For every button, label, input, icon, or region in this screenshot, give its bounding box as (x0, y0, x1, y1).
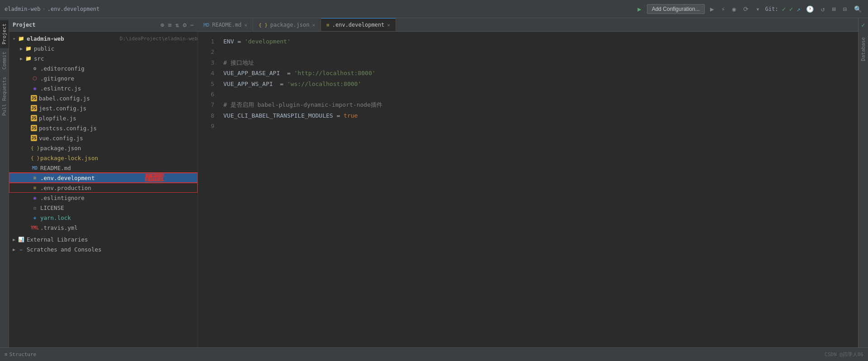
undo-icon[interactable]: ↺ (819, 5, 826, 14)
tab-close-icon[interactable]: ✕ (312, 22, 315, 28)
sidebar-item-commit[interactable]: Commit (0, 48, 9, 73)
top-bar-actions: ▶ Add Configuration... ▶ ⚡ ◉ ⟳ ▾ Git: ✓ … (636, 4, 863, 14)
panel-collapse-icon[interactable]: ≡ (168, 21, 171, 28)
tree-item-postcss[interactable]: JS postcss.config.js (9, 123, 198, 133)
split-icon[interactable]: ⊟ (841, 5, 849, 14)
tree-item-license[interactable]: ⚖ LICENSE (9, 203, 198, 213)
tab-json-icon: { } (259, 22, 268, 28)
panel-settings-icon[interactable]: ⚙ (183, 21, 186, 28)
tab-label: package.json (270, 22, 310, 28)
tree-item-env-dev[interactable]: ≡ .env.development (9, 173, 198, 183)
git-check2-icon: ✓ (789, 5, 793, 13)
file-label: package-lock.json (40, 155, 198, 162)
tree-item-src[interactable]: ▶ 📁 src (9, 53, 198, 63)
right-panel: ✓ Database (858, 18, 868, 347)
folder-icon: 📁 (24, 56, 33, 62)
run-icon: ▶ (636, 5, 643, 14)
tabs-bar: MD README.md ✕ { } package.json ✕ ≡ .env… (198, 18, 858, 32)
scratches-icon: ✏ (17, 247, 25, 252)
dropdown-icon[interactable]: ▾ (754, 5, 761, 14)
debug-icon[interactable]: ▶ (708, 5, 716, 14)
tree-item-gitignore[interactable]: ⬡ .gitignore (9, 73, 198, 83)
tab-readme[interactable]: MD README.md ✕ (198, 19, 253, 31)
tree-item-readme[interactable]: MD README.md (9, 163, 198, 173)
file-label: babel.config.js (39, 95, 198, 102)
tree-item-eslintrc[interactable]: ◉ .eslintrc.js (9, 83, 198, 93)
file-label: .travis.yml (40, 224, 198, 231)
tree-item-scratches[interactable]: ▶ ✏ Scratches and Consoles (9, 244, 198, 254)
sidebar-item-database[interactable]: Database (859, 34, 867, 64)
add-config-button[interactable]: Add Configuration... (647, 4, 705, 14)
structure-tab[interactable]: ≡ Structure (5, 352, 36, 357)
run2-icon[interactable]: ⚡ (719, 5, 726, 14)
git-checkmark-icon: ✓ (782, 5, 785, 13)
tab-close-icon[interactable]: ✕ (387, 22, 390, 28)
md-icon: MD (31, 166, 39, 171)
tree-item-travis[interactable]: YML .travis.yml (9, 223, 198, 233)
tree-item-jest[interactable]: JS jest.config.js (9, 103, 198, 113)
tree-item-env-prod[interactable]: ≡ .env.production (9, 183, 198, 193)
code-line-7: # 是否启用 babel-plugin-dynamic-import-node插… (223, 100, 854, 110)
git-icon: ⬡ (31, 76, 39, 81)
js-icon: JS (31, 125, 37, 131)
tab-close-icon[interactable]: ✕ (244, 22, 247, 28)
sidebar-item-pull-requests[interactable]: Pull Requests (0, 73, 9, 119)
credit-label: CSDN @四季人06 (825, 351, 863, 358)
window-icon[interactable]: ⊞ (830, 5, 837, 14)
tree-item-eslintignore[interactable]: ◉ .eslintignore (9, 193, 198, 203)
breadcrumb-file[interactable]: .env.development (47, 6, 100, 12)
configure-tooltip: 配置 (148, 172, 165, 183)
tree-item-root[interactable]: ▾ 📁 eladmin-web D:\ideaProject\eladmin-w… (9, 33, 198, 43)
profile-icon[interactable]: ⟳ (741, 5, 750, 14)
tree-item-editorconfig[interactable]: ⚙ .editorconfig (9, 63, 198, 73)
file-tree: ▾ 📁 eladmin-web D:\ideaProject\eladmin-w… (9, 32, 198, 347)
tab-label: .env.development (332, 22, 385, 28)
git-history-icon[interactable]: 🕐 (804, 5, 816, 14)
panel-sort-icon[interactable]: ⇅ (175, 21, 179, 28)
tree-item-vue[interactable]: JS vue.config.js (9, 133, 198, 143)
js-icon: JS (31, 95, 37, 101)
file-label: src (34, 55, 198, 62)
tab-md-icon: MD (203, 22, 209, 28)
tab-label: README.md (212, 22, 241, 28)
panel-close-icon[interactable]: − (190, 21, 194, 28)
license-icon: ⚖ (31, 205, 39, 211)
js-icon: JS (31, 135, 37, 141)
panel-title: Project (13, 22, 36, 28)
tree-item-package-json[interactable]: { } package.json (9, 143, 198, 153)
root-path: D:\ideaProject\eladmin-web (120, 36, 198, 42)
code-line-4: VUE_APP_BASE_API = 'http://localhost:800… (223, 68, 854, 78)
env-icon: ≡ (31, 175, 39, 181)
bottom-bar: ≡ Structure CSDN @四季人06 (0, 347, 868, 361)
file-label: .eslintrc.js (40, 85, 198, 92)
tab-env-dev[interactable]: ≡ .env.development ✕ (321, 18, 396, 31)
file-label: yarn.lock (40, 214, 198, 221)
tree-item-external-libs[interactable]: ▶ 📊 External Libraries (9, 234, 198, 244)
code-line-8: VUE_CLI_BABEL_TRANSPILE_MODULES = true (223, 110, 854, 121)
tree-item-babel[interactable]: JS babel.config.js (9, 93, 198, 103)
panel-add-icon[interactable]: ⊕ (160, 21, 164, 28)
code-line-2 (223, 47, 854, 57)
git-label: Git: (765, 6, 778, 12)
breadcrumb: eladmin-web › .env.development (5, 6, 99, 12)
tree-item-plopfile[interactable]: JS plopfile.js (9, 113, 198, 123)
tree-item-public[interactable]: ▶ 📁 public (9, 43, 198, 53)
libs-icon: 📊 (17, 237, 25, 242)
file-label: .editorconfig (40, 65, 198, 72)
git-push-icon[interactable]: ↗ (797, 5, 800, 13)
env-icon: ≡ (31, 185, 39, 191)
breadcrumb-project[interactable]: eladmin-web (5, 6, 40, 12)
left-vertical-tabs: Project Commit Pull Requests (0, 18, 9, 347)
sidebar-item-project[interactable]: Project (0, 20, 9, 48)
folder-icon: 📁 (24, 46, 33, 52)
code-editor[interactable]: ENV = 'development' # 接口地址 VUE_APP_BASE_… (219, 32, 858, 347)
editor-area: MD README.md ✕ { } package.json ✕ ≡ .env… (198, 18, 858, 347)
js-icon: JS (31, 115, 37, 121)
search-icon[interactable]: 🔍 (852, 5, 863, 14)
coverage-icon[interactable]: ◉ (731, 5, 738, 14)
project-panel: Project ⊕ ≡ ⇅ ⚙ − ▾ 📁 eladmin-web D:\ide… (9, 18, 198, 347)
tab-package-json[interactable]: { } package.json ✕ (253, 19, 321, 31)
tree-item-yarn[interactable]: ◈ yarn.lock (9, 213, 198, 223)
arrow-icon: ▶ (18, 46, 24, 51)
tree-item-package-lock[interactable]: { } package-lock.json (9, 153, 198, 163)
